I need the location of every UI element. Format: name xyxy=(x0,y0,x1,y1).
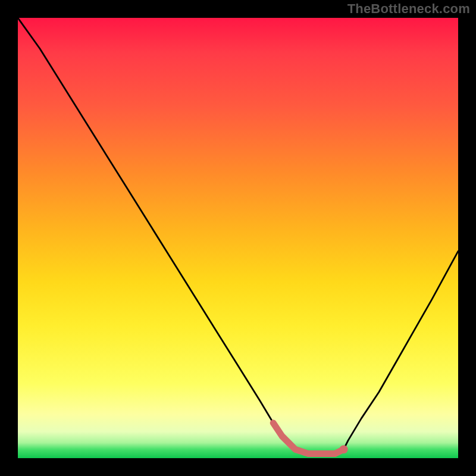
bottleneck-curve-path xyxy=(18,18,458,454)
watermark-text: TheBottleneck.com xyxy=(347,1,470,17)
highlight-segment-path xyxy=(273,423,343,454)
highlight-end-dot xyxy=(340,445,348,453)
chart-frame: TheBottleneck.com xyxy=(0,0,476,476)
bottleneck-curve-svg xyxy=(18,18,458,458)
plot-area xyxy=(18,18,458,458)
